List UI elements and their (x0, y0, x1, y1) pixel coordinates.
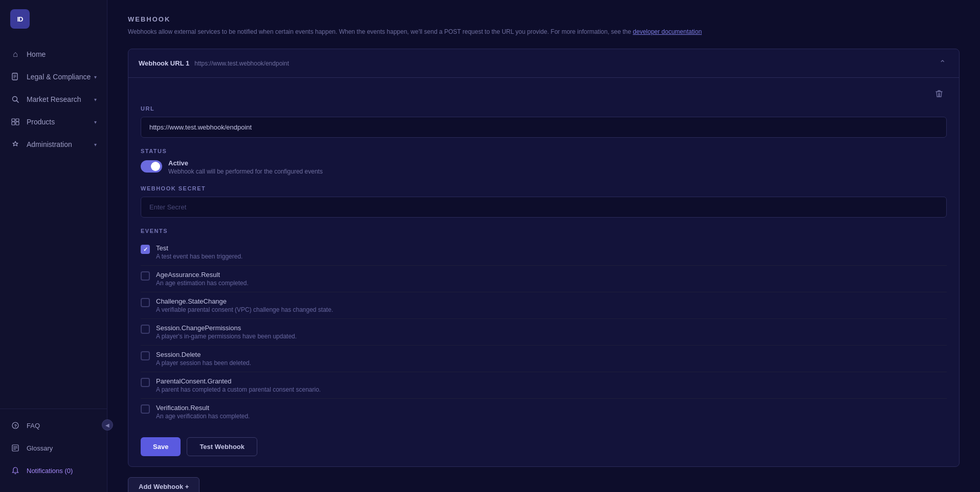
event-desc: An age estimation has completed. (156, 280, 249, 287)
add-webhook-button[interactable]: Add Webhook + (128, 477, 199, 492)
events-section: EVENTS TestA test event has been trigger… (141, 228, 947, 425)
event-name: ParentalConsent.Granted (156, 377, 321, 385)
status-row: Active Webhook call will be performed fo… (141, 159, 947, 175)
event-checkbox-session-change-permissions[interactable] (141, 325, 150, 334)
event-checkbox-parental-consent-granted[interactable] (141, 378, 150, 387)
event-desc: An age verification has completed. (156, 413, 250, 420)
webhook-expand-button[interactable]: ⌃ (936, 57, 949, 69)
svg-rect-7 (16, 122, 19, 125)
event-name: Session.ChangePermissions (156, 324, 297, 332)
webhook-delete-button[interactable] (931, 88, 947, 101)
sidebar-item-label: Administration (27, 140, 94, 148)
legal-icon (10, 72, 20, 82)
chevron-down-icon: ▾ (94, 142, 97, 147)
home-icon: ⌂ (10, 49, 20, 59)
test-webhook-button[interactable]: Test Webhook (187, 437, 257, 456)
sidebar-item-faq[interactable]: ? FAQ (0, 414, 107, 437)
status-text: Active Webhook call will be performed fo… (168, 159, 323, 175)
event-checkbox-age-assurance-result[interactable] (141, 271, 150, 281)
webhook-card: Webhook URL 1 https://www.test.webhook/e… (128, 49, 960, 467)
sidebar-item-notifications[interactable]: Notifications (0) (0, 459, 107, 482)
event-row: TestA test event has been triggered. (141, 239, 947, 266)
event-checkbox-verification-result[interactable] (141, 404, 150, 414)
url-field-section: URL (141, 105, 947, 138)
sidebar-item-label: Products (27, 118, 94, 126)
page-title: WEBHOOK (128, 15, 960, 23)
sidebar-nav: ⌂ Home Legal & Compliance ▾ Market Resea… (0, 38, 107, 409)
events-label: EVENTS (141, 228, 947, 234)
sidebar-item-label: FAQ (27, 422, 97, 430)
event-desc: A player session has been deleted. (156, 359, 251, 367)
event-desc: A player's in-game permissions have been… (156, 333, 297, 340)
webhook-card-body: URL STATUS Active Webhook call will be p… (128, 78, 959, 466)
administration-icon (10, 139, 20, 149)
event-row: Session.DeleteA player session has been … (141, 346, 947, 372)
sidebar-item-label: Market Research (27, 95, 94, 103)
event-name: Verification.Result (156, 404, 250, 412)
event-row: Session.ChangePermissionsA player's in-g… (141, 319, 947, 346)
event-checkbox-test[interactable] (141, 245, 150, 254)
notifications-icon (10, 465, 20, 476)
sidebar-item-products[interactable]: Products ▾ (0, 111, 107, 133)
event-desc: A parent has completed a custom parental… (156, 386, 321, 393)
glossary-icon (10, 443, 20, 453)
event-desc: A verifiable parental consent (VPC) chal… (156, 306, 333, 313)
svg-rect-8 (12, 119, 15, 121)
faq-icon: ? (10, 420, 20, 431)
webhook-header-url: https://www.test.webhook/endpoint (194, 60, 289, 67)
secret-label: WEBHOOK SECRET (141, 185, 947, 191)
sidebar-logo: ID (0, 0, 107, 38)
sidebar-item-legal-compliance[interactable]: Legal & Compliance ▾ (0, 66, 107, 88)
svg-rect-9 (16, 119, 19, 121)
sidebar-item-market-research[interactable]: Market Research ▾ (0, 88, 107, 111)
webhook-card-header[interactable]: Webhook URL 1 https://www.test.webhook/e… (128, 49, 959, 78)
svg-text:?: ? (14, 423, 17, 429)
status-toggle[interactable] (141, 160, 162, 173)
event-checkbox-challenge-state-change[interactable] (141, 298, 150, 307)
sidebar-item-home[interactable]: ⌂ Home (0, 43, 107, 66)
chevron-down-icon: ▾ (94, 74, 97, 80)
sidebar: ID ⌂ Home Legal & Compliance ▾ Market Re… (0, 0, 107, 492)
sidebar-item-administration[interactable]: Administration ▾ (0, 133, 107, 156)
status-section: STATUS Active Webhook call will be perfo… (141, 148, 947, 175)
event-name: Test (156, 244, 242, 252)
sidebar-item-label: Glossary (27, 444, 97, 452)
status-label: STATUS (141, 148, 947, 154)
main-content: WEBHOOK Webhooks allow external services… (107, 0, 980, 492)
secret-input[interactable] (141, 197, 947, 218)
event-name: Challenge.StateChange (156, 297, 333, 305)
event-checkbox-session-delete[interactable] (141, 351, 150, 360)
sidebar-bottom: ? FAQ Glossary Notifications (0) (0, 409, 107, 492)
chevron-down-icon: ▾ (94, 97, 97, 102)
sidebar-item-label: Home (27, 50, 97, 58)
event-row: Challenge.StateChangeA verifiable parent… (141, 292, 947, 319)
chevron-down-icon: ▾ (94, 119, 97, 125)
sidebar-collapse-button[interactable]: ◀ (102, 419, 113, 431)
sidebar-item-label: Notifications (0) (27, 467, 97, 475)
secret-field-section: WEBHOOK SECRET (141, 185, 947, 218)
event-name: Session.Delete (156, 351, 251, 358)
event-row: AgeAssurance.ResultAn age estimation has… (141, 266, 947, 292)
event-name: AgeAssurance.Result (156, 271, 249, 279)
page-description: Webhooks allow external services to be n… (128, 27, 960, 36)
url-label: URL (141, 105, 947, 112)
webhook-header-title: Webhook URL 1 (139, 59, 189, 67)
products-icon (10, 117, 20, 127)
status-active-text: Active (168, 159, 323, 167)
sidebar-item-glossary[interactable]: Glossary (0, 437, 107, 459)
save-button[interactable]: Save (141, 437, 181, 456)
action-buttons: Save Test Webhook (141, 437, 947, 456)
market-research-icon (10, 94, 20, 104)
url-input[interactable] (141, 117, 947, 138)
developer-documentation-link[interactable]: developer documentation (633, 28, 702, 35)
svg-rect-6 (12, 122, 15, 125)
status-desc-text: Webhook call will be performed for the c… (168, 168, 323, 175)
events-list: TestA test event has been triggered.AgeA… (141, 239, 947, 425)
svg-line-5 (17, 101, 19, 103)
event-row: Verification.ResultAn age verification h… (141, 399, 947, 425)
logo: ID (10, 9, 30, 29)
event-row: ParentalConsent.GrantedA parent has comp… (141, 372, 947, 399)
sidebar-item-label: Legal & Compliance (27, 73, 94, 81)
event-desc: A test event has been triggered. (156, 253, 242, 260)
